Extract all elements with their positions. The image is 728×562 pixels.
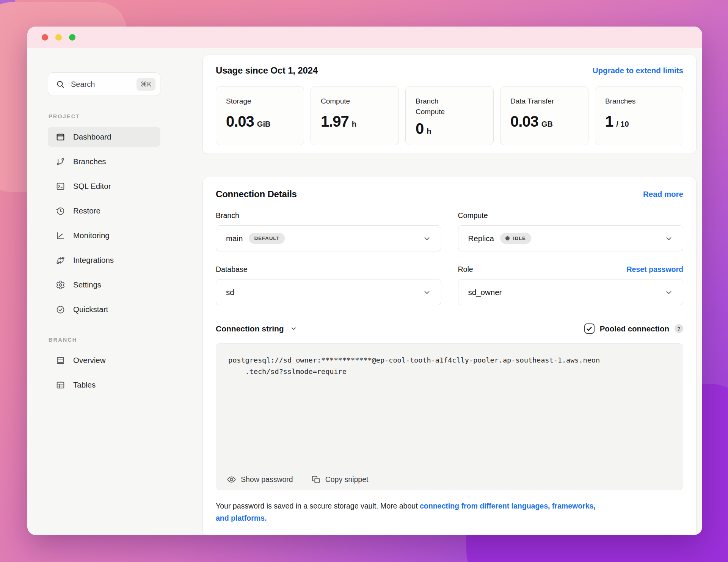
sidebar-item-label: Tables (73, 380, 96, 389)
minimize-window-button[interactable] (55, 34, 62, 41)
sidebar-item-branches[interactable]: Branches (48, 152, 160, 171)
sidebar-item-label: Overview (73, 356, 105, 365)
git-branch-icon (56, 157, 65, 166)
chevron-down-icon (665, 234, 673, 243)
sidebar-item-restore[interactable]: Restore (48, 201, 160, 221)
app-body: Search ⌘K PROJECT Dashboard Branches SQL… (27, 48, 702, 535)
password-note: Your password is saved in a secure stora… (216, 500, 602, 524)
stat-label: Data Transfer (510, 96, 578, 107)
sidebar-item-integrations[interactable]: Integrations (48, 250, 160, 270)
stat-value: 0.03 (510, 113, 538, 130)
connection-string-line2: .tech/sd?sslmode=require (228, 366, 671, 377)
database-value: sd (226, 288, 234, 297)
sidebar-item-sql-editor[interactable]: SQL Editor (48, 176, 160, 196)
role-select[interactable]: sd_owner (458, 279, 684, 305)
stat-label: Branch Compute (416, 96, 452, 117)
window-titlebar (27, 27, 702, 48)
usage-title: Usage since Oct 1, 2024 (216, 65, 318, 76)
main-content: Usage since Oct 1, 2024 Upgrade to exten… (181, 48, 702, 535)
stat-card-storage: Storage 0.03GiB (216, 86, 304, 145)
sidebar-item-settings[interactable]: Settings (48, 275, 160, 295)
branch-value: main (226, 234, 243, 243)
role-label: Role (458, 265, 473, 274)
connection-details-title: Connection Details (216, 189, 297, 199)
sidebar-item-overview[interactable]: Overview (48, 350, 160, 370)
stat-label: Branches (605, 96, 673, 107)
check-circle-icon (56, 305, 65, 314)
read-more-link[interactable]: Read more (643, 190, 683, 199)
search-input[interactable]: Search ⌘K (48, 72, 160, 96)
history-icon (56, 206, 65, 216)
stat-card-branch-compute: Branch Compute 0h (405, 86, 494, 145)
sidebar-item-quickstart[interactable]: Quickstart (48, 300, 160, 319)
stat-unit: GiB (257, 120, 271, 129)
sidebar-item-label: Branches (73, 157, 106, 166)
sidebar-item-dashboard[interactable]: Dashboard (48, 127, 160, 147)
connection-string-toggle[interactable]: Connection string (216, 324, 297, 333)
sidebar-item-label: Quickstart (73, 305, 108, 314)
stat-card-branches: Branches 1/ 10 (595, 86, 683, 145)
copy-snippet-button[interactable]: Copy snippet (311, 475, 369, 484)
sidebar-item-label: Monitoring (73, 231, 110, 240)
sidebar-item-tables[interactable]: Tables (48, 375, 160, 395)
pooled-connection-checkbox[interactable] (584, 323, 595, 334)
branch-field: Branch main DEFAULT (216, 210, 441, 251)
compute-field: Compute Replica IDLE (458, 210, 684, 251)
branch-label: Branch (216, 211, 239, 220)
sidebar-item-label: Integrations (73, 256, 114, 265)
eye-icon (227, 475, 236, 484)
role-value: sd_owner (468, 288, 502, 297)
stat-label: Storage (226, 96, 294, 107)
sidebar-section-branch: BRANCH (49, 337, 160, 343)
gear-icon (56, 280, 65, 290)
chevron-down-icon (290, 325, 297, 332)
connection-string-actions: Show password Copy snippet (216, 469, 683, 490)
branch-select[interactable]: main DEFAULT (216, 225, 441, 251)
app-window: Search ⌘K PROJECT Dashboard Branches SQL… (27, 27, 702, 535)
window-icon (56, 356, 65, 365)
pooled-connection-label: Pooled connection (600, 324, 669, 333)
connection-string-value[interactable]: postgresql://sd_owner:************@ep-co… (216, 344, 683, 469)
compute-select[interactable]: Replica IDLE (458, 225, 684, 251)
password-note-text: Your password is saved in a secure stora… (216, 502, 420, 510)
connection-string-line1: postgresql://sd_owner:************@ep-co… (228, 355, 671, 366)
status-dot (505, 236, 510, 240)
idle-badge: IDLE (500, 233, 531, 244)
zoom-window-button[interactable] (69, 34, 75, 41)
compute-value: Replica (468, 234, 494, 243)
database-label: Database (216, 265, 247, 274)
sidebar-section-project: PROJECT (49, 113, 160, 119)
database-select[interactable]: sd (216, 279, 441, 305)
integrations-icon (56, 256, 65, 265)
close-window-button[interactable] (42, 34, 48, 41)
stat-label: Compute (321, 96, 389, 107)
usage-card: Usage since Oct 1, 2024 Upgrade to exten… (202, 55, 697, 154)
usage-stats-row: Storage 0.03GiB Compute 1.97h Branch Com… (216, 86, 683, 145)
stat-unit: h (427, 127, 431, 136)
connection-string-block: postgresql://sd_owner:************@ep-co… (216, 343, 683, 490)
stat-value: 0.03 (226, 113, 254, 130)
upgrade-limits-link[interactable]: Upgrade to extend limits (593, 66, 683, 75)
check-icon (586, 325, 593, 332)
search-placeholder: Search (71, 80, 130, 89)
copy-icon (311, 475, 321, 484)
stat-unit: h (352, 120, 356, 129)
sidebar-item-monitoring[interactable]: Monitoring (48, 226, 160, 245)
role-field: Role Reset password sd_owner (458, 264, 684, 305)
search-shortcut-badge: ⌘K (136, 78, 155, 91)
reset-password-link[interactable]: Reset password (626, 265, 683, 274)
stat-card-compute: Compute 1.97h (311, 86, 399, 145)
pooled-connection-control: Pooled connection ? (584, 323, 683, 334)
help-icon[interactable]: ? (675, 324, 683, 333)
connection-details-card: Connection Details Read more Branch main… (202, 177, 697, 535)
sidebar-item-label: SQL Editor (73, 182, 111, 191)
stat-value: 1 (605, 113, 613, 130)
show-password-button[interactable]: Show password (227, 475, 293, 484)
compute-label: Compute (458, 211, 488, 220)
stat-value: 0 (416, 120, 424, 137)
chevron-down-icon (423, 234, 431, 243)
sidebar: Search ⌘K PROJECT Dashboard Branches SQL… (27, 48, 181, 535)
sidebar-item-label: Restore (73, 206, 100, 215)
stat-unit: GB (541, 120, 553, 129)
dashboard-icon (56, 132, 65, 142)
